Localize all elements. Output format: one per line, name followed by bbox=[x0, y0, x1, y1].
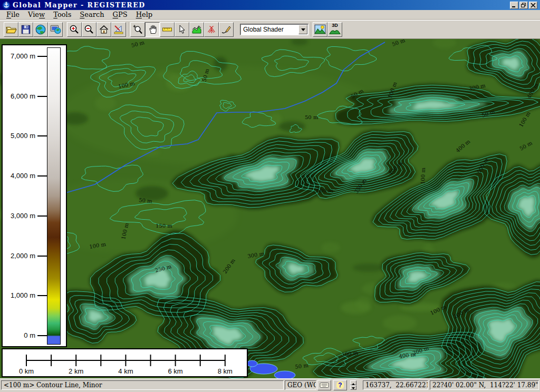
zoom-in-button[interactable] bbox=[67, 22, 82, 37]
path-profile-button[interactable] bbox=[189, 22, 204, 37]
menu-gps[interactable]: GPS bbox=[109, 10, 132, 19]
legend-tick-label: 5,000 m bbox=[3, 132, 35, 140]
floppy-icon bbox=[20, 24, 32, 35]
scale-tick bbox=[200, 355, 201, 366]
open-folder-icon bbox=[5, 24, 17, 35]
scale-tick bbox=[125, 355, 126, 366]
coordinate-format-spinner[interactable] bbox=[350, 380, 356, 390]
contour-label: 50 m bbox=[139, 197, 153, 204]
open-file-button[interactable] bbox=[4, 22, 18, 37]
view-shed-button[interactable] bbox=[204, 22, 219, 37]
window-title: Global Mapper - REGISTERED bbox=[13, 1, 510, 9]
hand-icon bbox=[147, 24, 158, 35]
elevation-gradient-bar bbox=[47, 47, 61, 345]
landscape-picture-icon bbox=[314, 24, 326, 35]
help-button[interactable]: ? bbox=[333, 380, 347, 390]
full-view-button[interactable] bbox=[97, 22, 111, 37]
legend-tick-label: 2,000 m bbox=[3, 252, 35, 260]
status-bar: <100 m> Contour Line, Minor GEO (WGS84 ?… bbox=[0, 378, 540, 392]
antenna-icon bbox=[206, 24, 217, 35]
legend-tick-label: 6,000 m bbox=[3, 92, 35, 100]
status-projection-text: GEO (WGS84 bbox=[285, 380, 316, 390]
map-view[interactable]: 50 m100 m50 m50 m50 m50 m100 m300 m400 m… bbox=[0, 39, 540, 378]
download-online-data-button[interactable] bbox=[33, 22, 48, 37]
menu-help[interactable]: Help bbox=[132, 10, 157, 19]
app-icon[interactable] bbox=[2, 1, 11, 9]
menu-tools[interactable]: Tools bbox=[49, 10, 75, 19]
terrain-map[interactable]: 50 m100 m50 m50 m50 m50 m100 m300 m400 m… bbox=[0, 39, 540, 378]
scale-tick bbox=[225, 355, 226, 366]
menu-bar: FileViewToolsSearchGPSHelp bbox=[0, 10, 540, 19]
legend-tick-label: 1,000 m bbox=[3, 291, 35, 299]
water-area bbox=[274, 371, 295, 378]
menu-search[interactable]: Search bbox=[75, 10, 108, 19]
keyboard-icon bbox=[320, 382, 329, 388]
scale-tick bbox=[26, 355, 27, 366]
terrain-profile-icon bbox=[191, 24, 202, 35]
spinner-down-icon[interactable] bbox=[350, 385, 356, 390]
scale-tick bbox=[75, 355, 76, 366]
spinner-up-icon[interactable] bbox=[350, 380, 356, 385]
zoom-in-icon bbox=[69, 24, 80, 35]
legend-tick bbox=[37, 56, 47, 57]
close-button[interactable] bbox=[529, 2, 537, 9]
legend-tick-label: 3,000 m bbox=[3, 212, 35, 220]
zoom-out-icon bbox=[84, 24, 94, 35]
legend-tick bbox=[37, 96, 47, 97]
scale-label: 2 km bbox=[69, 367, 83, 375]
minimize-button[interactable] bbox=[510, 2, 518, 9]
scale-tick bbox=[51, 355, 52, 366]
keyboard-button[interactable] bbox=[317, 380, 331, 390]
menu-file[interactable]: File bbox=[2, 10, 24, 19]
scale-label: 4 km bbox=[118, 367, 133, 375]
triangle-ruler-pencil-icon bbox=[113, 24, 124, 35]
hill-3d-icon bbox=[329, 28, 341, 34]
legend-tick bbox=[37, 215, 47, 217]
legend-tick-label: 0 m bbox=[3, 331, 35, 339]
contour-label: 500 m bbox=[316, 188, 333, 193]
legend-tick-label: 7,000 m bbox=[3, 52, 35, 60]
scale-label: 0 km bbox=[19, 367, 34, 375]
chevron-down-icon[interactable] bbox=[298, 25, 307, 34]
legend-tick bbox=[37, 295, 47, 296]
digitizer-tool-button[interactable] bbox=[219, 22, 234, 37]
legend-tick-label: 4,000 m bbox=[3, 172, 35, 180]
show-raster-button[interactable] bbox=[313, 22, 327, 37]
select-tool-button[interactable] bbox=[175, 22, 189, 37]
save-button[interactable] bbox=[18, 22, 33, 37]
monitor-globe-icon bbox=[50, 24, 61, 35]
legend-tick bbox=[37, 335, 47, 336]
pan-tool-button[interactable] bbox=[145, 22, 160, 37]
title-bar: Global Mapper - REGISTERED bbox=[0, 0, 540, 10]
legend-tick bbox=[37, 175, 47, 177]
contour-label: 50 m bbox=[305, 114, 319, 120]
scale-bar-graphic: 0 km2 km4 km6 km8 km bbox=[3, 349, 247, 376]
elevation-legend: 7,000 m6,000 m5,000 m4,000 m3,000 m2,000… bbox=[2, 44, 67, 347]
status-latlon-text: 22?40' 02.00" N, 114?22' 17.89" E bbox=[430, 380, 539, 390]
capture-screen-button[interactable] bbox=[48, 22, 63, 37]
scale-label: 6 km bbox=[168, 367, 183, 375]
scale-bar: 0 km2 km4 km6 km8 km bbox=[2, 348, 248, 377]
zoom-tool-button[interactable] bbox=[130, 22, 145, 37]
status-coordinates-text: 163737, 22.66722137 ) bbox=[363, 380, 428, 390]
measure-setup-button[interactable] bbox=[111, 22, 126, 37]
pen-icon bbox=[221, 24, 232, 35]
zoom-out-button[interactable] bbox=[82, 22, 97, 37]
legend-tick bbox=[37, 256, 47, 257]
scale-tick bbox=[150, 355, 151, 366]
view-3d-button[interactable]: 3D bbox=[327, 22, 342, 37]
restore-button[interactable] bbox=[519, 2, 528, 9]
menu-view[interactable]: View bbox=[24, 10, 49, 19]
ruler-icon bbox=[162, 24, 172, 35]
cursor-arrow-icon bbox=[177, 24, 187, 35]
shader-select-value: Global Shader bbox=[240, 26, 298, 33]
toolbar: Global Shader 3D bbox=[0, 20, 540, 39]
shader-select[interactable]: Global Shader bbox=[240, 24, 308, 35]
scale-tick bbox=[175, 355, 176, 366]
measure-tool-button[interactable] bbox=[160, 22, 175, 37]
contour-label: 100 m bbox=[420, 167, 426, 184]
magnifier-plus-icon bbox=[132, 24, 143, 35]
globe-icon bbox=[35, 24, 46, 35]
global-mapper-window: Global Mapper - REGISTERED FileViewTools… bbox=[0, 0, 540, 392]
help-question-icon: ? bbox=[336, 381, 343, 389]
